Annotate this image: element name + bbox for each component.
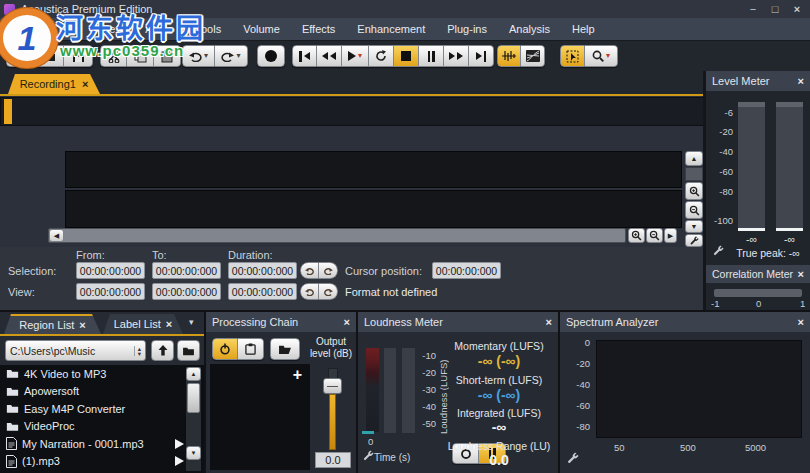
view-from-field[interactable] — [76, 283, 145, 300]
preview-play-icon[interactable] — [175, 439, 184, 449]
path-combobox[interactable]: C:\Users\pc\Music ▴▾ — [5, 340, 146, 361]
wave-settings-button[interactable] — [685, 234, 703, 247]
close-icon[interactable]: × — [798, 75, 804, 87]
close-icon[interactable]: × — [546, 316, 552, 328]
tab-overflow-icon[interactable]: ▾ — [189, 317, 194, 327]
file-row-folder[interactable]: 4K Video to MP3 — [0, 365, 204, 383]
chain-power-button[interactable] — [212, 338, 238, 360]
close-icon[interactable]: × — [798, 316, 804, 328]
output-slider-track[interactable] — [329, 394, 336, 450]
file-row-folder[interactable]: VideoProc — [0, 418, 204, 436]
loudness-settings-button[interactable] — [362, 450, 374, 462]
paste-button[interactable] — [154, 45, 181, 67]
selection-redo-button[interactable] — [319, 262, 338, 279]
view-to-field[interactable] — [152, 283, 221, 300]
tab-close-icon[interactable]: × — [79, 319, 85, 331]
menu-item-view[interactable]: View — [89, 18, 135, 40]
spectrum-plot[interactable] — [596, 340, 802, 438]
new-file-button[interactable] — [6, 45, 35, 67]
cursor-position-field[interactable] — [432, 262, 501, 279]
waveform-channel-left[interactable] — [65, 151, 682, 188]
play-dropdown-icon[interactable]: ▾ — [358, 52, 362, 60]
copy-button[interactable] — [127, 45, 154, 67]
selection-tool-button[interactable] — [560, 45, 585, 67]
minimize-icon[interactable]: − — [746, 3, 760, 15]
browse-folder-button[interactable] — [177, 340, 200, 361]
menu-item-enhancement[interactable]: Enhancement — [346, 18, 436, 40]
combo-spinner-icon[interactable]: ▴▾ — [134, 346, 141, 356]
redo-dropdown-icon[interactable]: ▾ — [236, 52, 240, 60]
wave-scroll-down-button[interactable]: ▼ — [685, 220, 703, 233]
save-button[interactable] — [64, 45, 93, 67]
go-to-end-button[interactable] — [469, 45, 494, 67]
menu-item-audio[interactable]: Audio — [134, 18, 184, 40]
zoom-tool-button[interactable]: ▾ — [585, 45, 618, 67]
chain-paste-button[interactable] — [238, 338, 264, 360]
open-file-button[interactable] — [35, 45, 64, 67]
redo-button[interactable]: ▾ — [215, 45, 248, 67]
list-scroll-thumb[interactable] — [187, 383, 200, 413]
menu-item-tools[interactable]: Tools — [185, 18, 233, 40]
wave-scroll-up-button[interactable]: ▲ — [685, 151, 703, 166]
output-slider-handle[interactable] — [323, 378, 342, 394]
add-effect-icon[interactable]: + — [293, 366, 302, 384]
menu-item-plugins[interactable]: Plug-ins — [436, 18, 498, 40]
go-to-start-button[interactable] — [292, 45, 317, 67]
maximize-icon[interactable]: □ — [768, 3, 782, 15]
rewind-button[interactable] — [317, 45, 342, 67]
menu-item-edit[interactable]: Edit — [48, 18, 89, 40]
play-button[interactable]: ▾ — [342, 45, 369, 67]
wave-zoom-in-vertical-button[interactable] — [685, 182, 703, 200]
view-redo-button[interactable] — [319, 283, 338, 300]
chain-list-area[interactable]: + — [210, 364, 310, 470]
close-icon[interactable]: × — [344, 316, 350, 328]
spectral-view-button[interactable] — [521, 45, 545, 67]
close-icon[interactable]: × — [798, 268, 804, 280]
selection-to-field[interactable] — [152, 262, 221, 279]
tab-recording1[interactable]: Recording1 × — [8, 74, 100, 94]
fast-forward-button[interactable] — [444, 45, 469, 67]
menu-item-file[interactable]: File — [8, 18, 48, 40]
list-scroll-down-button[interactable]: ▼ — [186, 446, 201, 460]
pause-button[interactable] — [419, 45, 444, 67]
chain-load-button[interactable] — [270, 338, 300, 360]
undo-dropdown-icon[interactable]: ▾ — [204, 52, 208, 60]
undo-button[interactable]: ▾ — [182, 45, 215, 67]
output-level-value[interactable]: 0.0 — [315, 452, 351, 468]
record-button[interactable] — [257, 45, 285, 67]
wave-hscroll-track[interactable] — [48, 228, 626, 243]
spectrum-settings-button[interactable] — [566, 452, 579, 465]
wave-zoom-out-vertical-button[interactable] — [685, 201, 703, 219]
selection-from-field[interactable] — [76, 262, 145, 279]
view-duration-field[interactable] — [228, 283, 297, 300]
wave-scroll-right-button[interactable]: ▶ — [664, 228, 677, 243]
overview-cursor[interactable] — [4, 99, 12, 124]
file-row-folder[interactable]: Easy M4P Converter — [0, 400, 204, 418]
tab-close-icon[interactable]: × — [166, 318, 172, 330]
preview-play-icon[interactable] — [175, 456, 184, 466]
file-row-folder[interactable]: Apowersoft — [0, 383, 204, 401]
close-icon[interactable]: × — [790, 3, 804, 15]
tab-region-list[interactable]: Region List × — [4, 314, 101, 334]
selection-undo-button[interactable] — [300, 262, 319, 279]
waveform-view-button[interactable] — [497, 45, 521, 67]
cut-button[interactable] — [100, 45, 127, 67]
zoom-dropdown-icon[interactable]: ▾ — [606, 52, 610, 60]
tab-close-icon[interactable]: × — [82, 78, 88, 90]
list-scroll-up-button[interactable]: ▲ — [186, 367, 201, 381]
wave-zoom-out-button[interactable] — [646, 228, 663, 243]
wave-scroll-left-button[interactable]: ◀ — [49, 229, 64, 242]
loop-playback-button[interactable] — [369, 45, 394, 67]
wave-vscroll-track[interactable] — [685, 167, 703, 181]
menu-item-volume[interactable]: Volume — [232, 18, 291, 40]
tab-label-list[interactable]: Label List × — [103, 314, 183, 334]
file-row-audio[interactable]: (1).mp3 — [0, 453, 204, 471]
level-settings-button[interactable] — [712, 245, 724, 257]
view-undo-button[interactable] — [300, 283, 319, 300]
menu-item-analysis[interactable]: Analysis — [498, 18, 561, 40]
selection-duration-field[interactable] — [228, 262, 297, 279]
menu-item-effects[interactable]: Effects — [291, 18, 346, 40]
waveform-channel-right[interactable] — [65, 190, 682, 228]
overview-strip[interactable] — [0, 97, 706, 126]
file-row-audio[interactable]: My Narration - 0001.mp3 — [0, 435, 204, 453]
